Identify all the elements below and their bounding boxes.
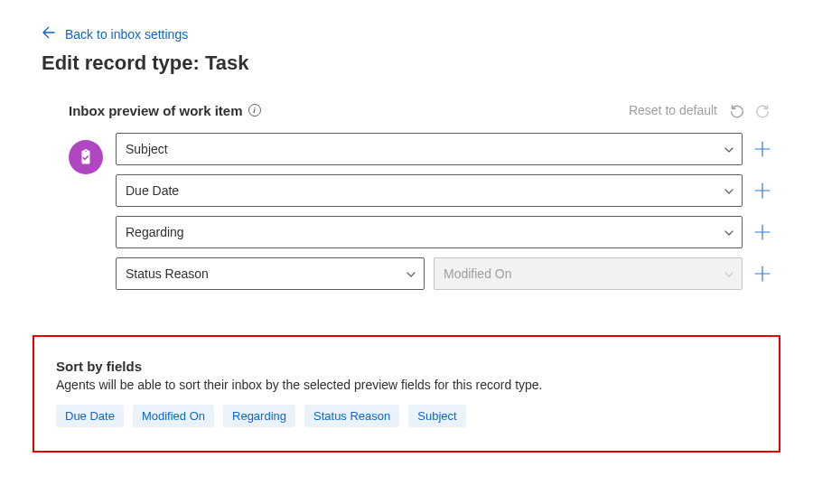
sort-description: Agents will be able to sort their inbox … — [56, 378, 757, 392]
field-select-value: Status Reason — [126, 266, 209, 281]
sort-chip[interactable]: Regarding — [223, 405, 295, 427]
sort-by-fields-section: Sort by fields Agents will be able to so… — [33, 335, 780, 453]
field-row: Subject — [116, 133, 771, 165]
field-select[interactable]: Subject — [116, 133, 743, 165]
selects: Regarding — [116, 216, 743, 248]
selects: Status Reason Modified On — [116, 257, 743, 290]
back-link-text: Back to inbox settings — [65, 27, 188, 42]
field-select-value: Due Date — [126, 183, 179, 198]
field-select-value: Modified On — [444, 266, 511, 281]
rows: Subject Due Date — [116, 133, 771, 290]
arrow-left-icon — [42, 25, 56, 42]
clipboard-check-icon — [69, 140, 103, 174]
chevron-down-icon — [724, 185, 734, 196]
field-row: Due Date — [116, 174, 771, 207]
sort-title: Sort by fields — [56, 359, 757, 374]
field-select[interactable]: Due Date — [116, 174, 743, 207]
field-select-disabled: Modified On — [434, 257, 743, 290]
chevron-down-icon — [406, 268, 416, 279]
sort-chip[interactable]: Modified On — [133, 405, 214, 427]
undo-icon[interactable] — [728, 102, 744, 118]
sort-chip[interactable]: Due Date — [56, 405, 124, 427]
section-title-wrap: Inbox preview of work item i — [69, 103, 261, 118]
add-field-button[interactable] — [753, 265, 771, 283]
page-title: Edit record type: Task — [42, 51, 771, 75]
preview-section: Inbox preview of work item i Reset to de… — [42, 102, 771, 290]
section-title: Inbox preview of work item — [69, 103, 243, 118]
field-row: Regarding — [116, 216, 771, 248]
field-select-value: Regarding — [126, 225, 184, 239]
add-field-button[interactable] — [753, 182, 771, 200]
rows-block: Subject Due Date — [69, 133, 771, 290]
field-select[interactable]: Regarding — [116, 216, 743, 248]
redo-icon[interactable] — [755, 102, 771, 118]
section-actions: Reset to default — [629, 102, 771, 118]
back-link[interactable]: Back to inbox settings — [42, 25, 188, 42]
add-field-button[interactable] — [753, 223, 771, 241]
add-field-button[interactable] — [753, 140, 771, 158]
sort-chips: Due Date Modified On Regarding Status Re… — [56, 405, 757, 427]
field-select-value: Subject — [126, 142, 168, 156]
chevron-down-icon — [724, 144, 734, 154]
sort-chip[interactable]: Status Reason — [304, 405, 399, 427]
chevron-down-icon — [724, 268, 734, 279]
selects: Due Date — [116, 174, 743, 207]
sort-chip[interactable]: Subject — [408, 405, 465, 427]
info-icon[interactable]: i — [248, 104, 261, 117]
chevron-down-icon — [724, 227, 734, 238]
field-select[interactable]: Status Reason — [116, 257, 425, 290]
selects: Subject — [116, 133, 743, 165]
field-row: Status Reason Modified On — [116, 257, 771, 290]
page-root: Back to inbox settings Edit record type:… — [0, 0, 813, 290]
section-header: Inbox preview of work item i Reset to de… — [69, 102, 771, 118]
reset-to-default-button[interactable]: Reset to default — [629, 103, 717, 117]
